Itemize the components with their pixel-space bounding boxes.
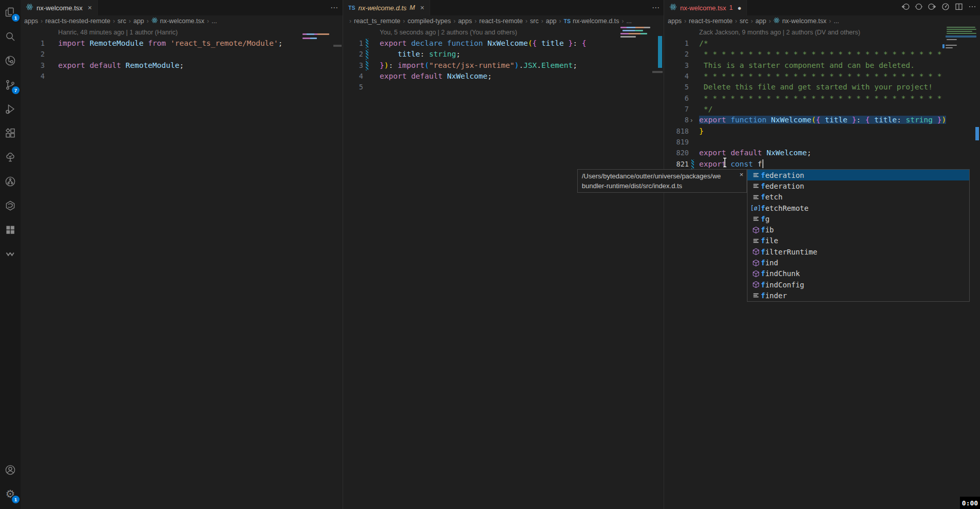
next-change-icon[interactable] [928,3,936,13]
timeline-icon[interactable] [941,3,950,13]
code-line[interactable]: 4export default NxWelcome; [343,71,664,82]
code-line[interactable]: 821export const f [664,159,980,170]
code-line[interactable]: 8›export function NxWelcome({ title }: {… [664,115,980,125]
activity-bar-item-git-graph[interactable] [0,169,21,193]
tab-nx-welcome.tsx[interactable]: nx-welcome.tsx1● [664,0,747,15]
activity-bar-item-source-control[interactable]: 7 [0,72,21,97]
tooltip-close-icon[interactable]: × [739,171,743,178]
code-line[interactable]: 3export default RemoteModule; [21,60,343,71]
code-line[interactable]: 1import RemoteModule from 'react_ts_remo… [21,38,343,49]
react-icon [773,17,780,25]
breadcrumb-segment[interactable]: compiled-types [407,17,451,25]
line-number: 2 [343,49,363,60]
code-line[interactable]: 1/* [664,38,980,49]
suggest-item-label: filterRuntime [761,248,817,256]
debug-icon [4,103,16,115]
code-line[interactable]: 4 [21,71,343,82]
code-line[interactable]: 2 [21,49,343,60]
breadcrumb-label: react_ts_remote [354,17,400,25]
more-actions-icon[interactable]: ⋯ [652,3,660,12]
breadcrumb-segment[interactable]: apps [458,17,472,25]
breadcrumb-segment[interactable]: TSnx-welcome.d.ts [564,17,619,25]
code-line[interactable]: 1export declare function NxWelcome({ tit… [343,38,664,49]
breadcrumb-segment[interactable]: ... [211,17,217,25]
suggest-details-tooltip: /Users/bytedance/outter/universe/package… [577,169,747,193]
activity-bar-item-extension-shape[interactable] [0,193,21,217]
code-line[interactable]: 3 This is a starter component and can be… [664,60,980,71]
suggest-item-fetchRemote[interactable]: [ø]fetchRemote [747,203,969,213]
activity-bar-item-extension-zigzag[interactable] [0,242,21,266]
code-line[interactable]: 819 [664,137,980,148]
breadcrumb-segment[interactable]: react-ts-remote [479,17,523,25]
line-number: 1 [343,38,363,49]
suggest-item-finder[interactable]: finder [747,290,969,301]
breadcrumb-segment[interactable]: nx-welcome.tsx [773,17,826,25]
breadcrumb-segment[interactable]: app [546,17,557,25]
breadcrumb-segment[interactable]: app [133,17,144,25]
code-line[interactable]: 2 title: string; [343,49,664,60]
suggest-item-find[interactable]: find [747,257,969,268]
code-line[interactable]: 820export default NxWelcome; [664,148,980,158]
activity-bar-item-extensions[interactable] [0,121,21,145]
breadcrumb-segment[interactable]: react_ts_remote [354,17,400,25]
breadcrumb-segment[interactable]: app [756,17,767,25]
code-line[interactable]: 818} [664,126,980,137]
breadcrumb-chevron-icon: › [622,17,624,25]
breadcrumb-segment[interactable]: apps [668,17,682,25]
breadcrumb-segment[interactable]: src [530,17,539,25]
tab-nx-welcome.tsx[interactable]: nx-welcome.tsx× [21,0,98,15]
code-line[interactable]: 6 * * * * * * * * * * * * * * * * * * * … [664,93,980,104]
code-line-content: * * * * * * * * * * * * * * * * * * * * … [699,93,941,104]
more-actions-icon[interactable]: ⋯ [330,3,338,12]
breadcrumb-segment[interactable]: src [118,17,127,25]
tab-close-icon[interactable]: × [420,4,424,12]
activity-bar-item-settings[interactable]: ⚙1 [0,482,21,506]
activity-badge: 1 [12,14,20,22]
suggest-item-fg[interactable]: fg [747,213,969,224]
suggest-item-findChunk[interactable]: findChunk [747,268,969,279]
activity-bar-item-gitlens-inspect[interactable] [0,48,21,72]
code-line[interactable]: 3}): import("react/jsx-runtime").JSX.Ele… [343,60,664,71]
activity-bar-item-explorer[interactable]: 1 [0,0,21,24]
previous-change-icon[interactable] [901,3,910,13]
code-line[interactable]: 4 * * * * * * * * * * * * * * * * * * * … [664,71,980,82]
code-tokens: title: string; [380,50,460,58]
suggest-item-fetch[interactable]: fetch [747,192,969,203]
activity-bar-item-run-and-debug[interactable] [0,97,21,121]
activity-bar-item-accounts[interactable] [0,458,21,482]
code-line[interactable]: 5 Delete this file and get started with … [664,82,980,93]
suggest-item-federation[interactable]: federation [747,180,969,191]
suggest-item-label: fetchRemote [761,204,809,212]
breadcrumb-segment[interactable]: ... [834,17,839,25]
suggest-item-fib[interactable]: fib [747,224,969,235]
breadcrumb-label: nx-welcome.tsx [782,17,826,25]
breadcrumb-segment[interactable]: react-ts-remote [689,17,733,25]
code-editor[interactable]: Hanric, 48 minutes ago | 1 author (Hanri… [21,27,343,509]
split-editor-icon[interactable] [955,3,963,13]
breadcrumb-chevron-icon: › [403,17,405,25]
suggest-item-federation[interactable]: federation [747,170,969,180]
fold-chevron-icon[interactable]: › [690,115,692,125]
current-change-icon[interactable] [915,3,923,13]
error-count-badge: 1 [729,4,733,11]
breadcrumb-segment[interactable]: react-ts-nested-remote [45,17,110,25]
suggest-item-file[interactable]: file [747,235,969,246]
activity-bar-item-extension-grid[interactable] [0,217,21,242]
suggest-item-findConfig[interactable]: findConfig [747,279,969,290]
suggest-item-filterRuntime[interactable]: filterRuntime [747,246,969,257]
tab-nx-welcome.d.ts[interactable]: TSnx-welcome.d.tsM× [343,0,430,15]
breadcrumb-segment[interactable]: ... [627,17,632,25]
code-line[interactable]: 5 [343,82,664,93]
breadcrumb-label: react-ts-remote [689,17,733,25]
suggest-item-label: findChunk [761,269,800,278]
more-actions-icon[interactable] [968,3,976,13]
breadcrumb-segment[interactable]: apps [24,17,38,25]
activity-bar-item-search[interactable] [0,24,21,48]
code-line[interactable]: 7 */ [664,104,980,115]
code-line[interactable]: 2 * * * * * * * * * * * * * * * * * * * … [664,49,980,60]
code-editor[interactable]: You, 5 seconds ago | 2 authors (You and … [343,27,664,509]
activity-bar-item-todo-tree[interactable] [0,145,21,169]
breadcrumb-segment[interactable]: nx-welcome.tsx [151,17,204,25]
tab-close-icon[interactable]: × [88,4,92,12]
breadcrumb-segment[interactable]: src [740,17,749,25]
